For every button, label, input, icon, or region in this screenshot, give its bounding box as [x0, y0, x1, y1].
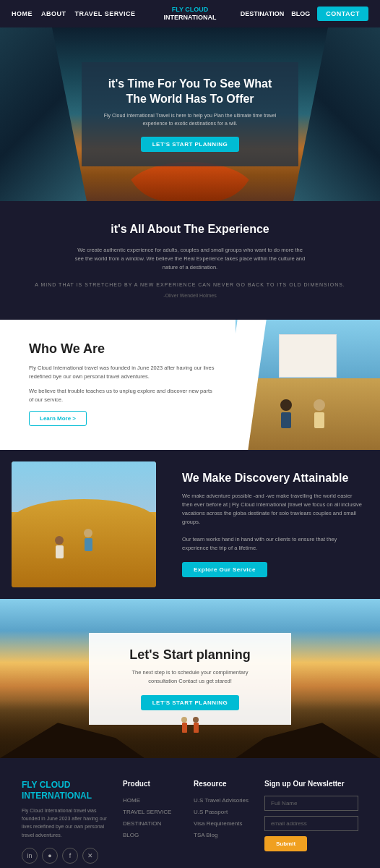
footer-destination-link[interactable]: DESTINATION	[123, 818, 179, 830]
footer: FLY CLOUD INTERNATIONAL Fly Cloud Intern…	[0, 758, 380, 868]
planning-desc: The next step is to schedule your compli…	[118, 668, 262, 686]
facebook-icon[interactable]: f	[62, 848, 78, 864]
submit-button[interactable]: Submit	[264, 836, 307, 851]
navbar: HOME ABOUT TRAVEL SERVICE FLY CLOUD INTE…	[0, 0, 380, 27]
twitter-icon[interactable]: ✕	[82, 848, 98, 864]
discovery-desc2: Our team works hand in hand with our cli…	[182, 535, 363, 553]
hero-title: it's Time For You To See What The World …	[103, 77, 277, 107]
learn-more-button[interactable]: Learn More >	[29, 411, 87, 426]
name-input[interactable]	[264, 796, 358, 811]
discovery-text: We Make Discovery Attainable We make adv…	[168, 450, 380, 599]
discovery-title: We Make Discovery Attainable	[182, 472, 363, 485]
planning-title: Let's Start planning	[118, 647, 262, 663]
hero-subtitle: Fly Cloud International Travel is here t…	[103, 112, 277, 127]
footer-product-title: Product	[123, 780, 179, 788]
who-text: Who We Are Fly Cloud International trave…	[0, 320, 236, 450]
explore-service-button[interactable]: Explore Our Service	[182, 562, 267, 577]
footer-brand: FLY CLOUD INTERNATIONAL Fly Cloud Intern…	[22, 780, 108, 864]
footer-visa-link[interactable]: Visa Requirements	[194, 818, 250, 830]
nav-logo-line1: FLY CLOUD	[164, 6, 217, 14]
footer-resource: Resource U.S Travel Advisories U.S Passp…	[194, 780, 250, 864]
planning-section: Let's Start planning The next step is to…	[0, 599, 380, 758]
who-section: Who We Are Fly Cloud International trave…	[0, 320, 380, 450]
who-title: Who We Are	[29, 341, 218, 357]
experience-author: -Oliver Wendell Holmes	[29, 293, 351, 298]
experience-desc: We create authentic experience for adult…	[74, 246, 306, 272]
nav-about[interactable]: ABOUT	[41, 10, 66, 17]
planning-cta-button[interactable]: LET'S START PLANNING	[141, 695, 240, 710]
nav-destination[interactable]: DESTINATION	[241, 10, 284, 17]
experience-section: it's All About The Experience We create …	[0, 201, 380, 320]
who-desc1: Fly Cloud International travel was found…	[29, 364, 218, 381]
hero-cta-button[interactable]: LET'S START PLANNING	[141, 137, 240, 152]
social-icons: in ● f ✕	[22, 848, 108, 864]
footer-home-link[interactable]: HOME	[123, 795, 179, 807]
contact-button[interactable]: CONTACT	[317, 7, 368, 21]
discovery-section: We Make Discovery Attainable We make adv…	[0, 450, 380, 599]
instagram-icon[interactable]: ●	[42, 848, 58, 864]
footer-logo-line1: FLY CLOUD	[22, 780, 70, 790]
nav-logo: FLY CLOUD INTERNATIONAL	[164, 6, 217, 22]
discovery-image	[12, 461, 156, 587]
who-image	[236, 320, 380, 450]
footer-passport-link[interactable]: U.S Passport	[194, 807, 250, 818]
footer-tsa-link[interactable]: TSA Blog	[194, 830, 250, 841]
footer-travel-link[interactable]: TRAVEL SERVICE	[123, 807, 179, 818]
footer-product: Product HOME TRAVEL SERVICE DESTINATION …	[123, 780, 179, 864]
experience-quote: A MIND THAT IS STRETCHED BY A NEW EXPERI…	[29, 281, 351, 289]
nav-logo-line2: INTERNATIONAL	[164, 14, 217, 22]
nav-blog[interactable]: BLOG	[291, 10, 310, 17]
nav-links: HOME ABOUT TRAVEL SERVICE	[12, 10, 136, 17]
nav-travel[interactable]: TRAVEL SERVICE	[75, 10, 136, 17]
who-desc2: We believe that trouble teaches us to un…	[29, 387, 218, 404]
footer-logo: FLY CLOUD INTERNATIONAL	[22, 780, 108, 801]
planning-content: Let's Start planning The next step is to…	[89, 633, 291, 725]
email-input[interactable]	[264, 816, 358, 831]
hero-section: it's Time For You To See What The World …	[0, 27, 380, 201]
nav-home[interactable]: HOME	[12, 10, 33, 17]
footer-brand-desc: Fly Cloud International travel was found…	[22, 807, 108, 839]
footer-top: FLY CLOUD INTERNATIONAL Fly Cloud Intern…	[22, 780, 358, 864]
linkedin-icon[interactable]: in	[22, 848, 38, 864]
footer-newsletter: Sign up Our Newsletter Submit	[264, 780, 358, 864]
footer-resource-title: Resource	[194, 780, 250, 788]
experience-title: it's All About The Experience	[29, 223, 351, 236]
footer-logo-line2: INTERNATIONAL	[22, 791, 92, 801]
footer-advisories-link[interactable]: U.S Travel Advisories	[194, 795, 250, 807]
discovery-desc1: We make adventure possible -and -we make…	[182, 492, 363, 527]
newsletter-title: Sign up Our Newsletter	[264, 780, 358, 788]
footer-blog-link[interactable]: BLOG	[123, 830, 179, 841]
hero-content: it's Time For You To See What The World …	[82, 62, 298, 167]
